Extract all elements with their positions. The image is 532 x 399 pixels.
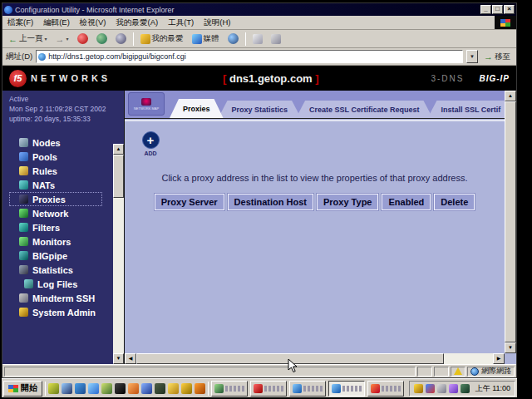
quicklaunch-icon[interactable]: [155, 383, 165, 394]
sidebar-item-label: Proxies: [32, 195, 66, 204]
scroll-down-button[interactable]: ▼: [505, 342, 516, 353]
column-header-proxy-type[interactable]: Proxy Type: [317, 194, 379, 210]
column-header-destination-host[interactable]: Destination Host: [228, 194, 313, 210]
sidebar-item-nats[interactable]: NATs: [9, 178, 124, 192]
network-map-icon: [141, 98, 151, 106]
sidebar-item-network[interactable]: Network: [9, 206, 124, 220]
link-bigip[interactable]: BIG-IP: [479, 74, 510, 83]
task-button-area: [211, 381, 406, 397]
quicklaunch-icon[interactable]: [62, 383, 72, 394]
stop-button[interactable]: [74, 31, 91, 47]
forward-button[interactable]: → ▾: [52, 31, 72, 47]
tray-icon[interactable]: [414, 384, 423, 393]
start-label: 開始: [21, 382, 37, 394]
f5-brand-text: NETWORKS: [31, 73, 111, 83]
add-proxy-button[interactable]: + ADD: [140, 131, 161, 156]
scrollbar-thumb[interactable]: [136, 353, 444, 364]
back-button[interactable]: ← 上一頁 ▾: [5, 31, 51, 47]
mail-icon: [253, 34, 263, 44]
rules-icon: [19, 166, 28, 175]
sidebar-item-log-files[interactable]: Log Files: [9, 277, 124, 291]
forward-dropdown-icon[interactable]: ▾: [66, 36, 69, 42]
sidebar-item-monitors[interactable]: Monitors: [9, 234, 124, 249]
refresh-button[interactable]: [93, 31, 111, 47]
home-button[interactable]: [112, 31, 130, 47]
menu-help[interactable]: 說明(H): [199, 16, 235, 30]
sidebar-item-bigpipe[interactable]: BIGpipe: [9, 249, 124, 263]
task-icon: [254, 384, 263, 393]
sidebar-scrollbar[interactable]: ▲ ▼: [113, 144, 124, 364]
task-button-active[interactable]: [328, 381, 365, 397]
column-header-delete[interactable]: Delete: [434, 194, 475, 210]
link-3dns[interactable]: 3-DNS: [431, 74, 464, 83]
quicklaunch-icon[interactable]: [181, 383, 192, 394]
tray-icon[interactable]: [461, 384, 470, 393]
sidebar-item-mindterm-ssh[interactable]: Mindterm SSH: [9, 291, 124, 305]
quicklaunch-icon[interactable]: [115, 383, 126, 394]
content-horizontal-scrollbar[interactable]: ◀ ▶: [125, 353, 505, 364]
scrollbar-thumb[interactable]: [113, 155, 124, 198]
tab-install-ssl-certificate[interactable]: Install SSL Certif: [427, 101, 514, 118]
sidebar-item-filters[interactable]: Filters: [9, 220, 124, 234]
address-label: 網址(D): [6, 52, 32, 62]
task-button[interactable]: [211, 381, 248, 397]
quicklaunch-icon[interactable]: [88, 383, 99, 394]
quicklaunch-icon[interactable]: [195, 383, 205, 394]
windows-flag-icon: [500, 19, 510, 27]
content-vertical-scrollbar[interactable]: ▲ ▼: [505, 91, 516, 353]
scroll-up-button[interactable]: ▲: [505, 91, 516, 101]
quicklaunch-icon[interactable]: [168, 383, 179, 394]
sidebar-item-pools[interactable]: Pools: [9, 150, 124, 164]
tab-proxy-statistics[interactable]: Proxy Statistics: [219, 101, 302, 118]
column-header-enabled[interactable]: Enabled: [382, 194, 431, 210]
start-button[interactable]: 開始: [3, 381, 42, 397]
tab-proxies[interactable]: Proxies: [170, 99, 224, 118]
quicklaunch-icon[interactable]: [75, 383, 86, 394]
mail-button[interactable]: [249, 31, 266, 47]
alert-icon: [454, 367, 462, 375]
quicklaunch-icon[interactable]: [141, 383, 152, 394]
taskbar-clock: 上午 11:00: [475, 383, 510, 394]
address-dropdown-button[interactable]: ▼: [466, 50, 478, 63]
task-button[interactable]: [367, 381, 404, 397]
scroll-down-button[interactable]: ▼: [113, 353, 124, 364]
print-button[interactable]: [268, 31, 284, 47]
scroll-right-button[interactable]: ▶: [493, 353, 505, 364]
scroll-left-button[interactable]: ◀: [125, 353, 136, 364]
favorites-button[interactable]: 我的最愛: [137, 31, 187, 47]
task-button[interactable]: [250, 381, 287, 397]
taskbar: 開始: [2, 378, 517, 397]
scrollbar-thumb[interactable]: [505, 101, 516, 342]
task-button[interactable]: [289, 381, 326, 397]
tab-create-ssl-certificate-request[interactable]: Create SSL Certificate Request: [296, 101, 432, 118]
tray-icon[interactable]: [449, 384, 458, 393]
sidebar-item-proxies[interactable]: Proxies: [9, 192, 102, 206]
menu-favorites[interactable]: 我的最愛(A): [111, 16, 163, 30]
back-dropdown-icon[interactable]: ▾: [45, 36, 47, 42]
quicklaunch-icon[interactable]: [101, 383, 112, 394]
address-input[interactable]: http://dns1.getop.com/bigipgui/bigconf.c…: [36, 50, 463, 63]
quicklaunch-icon[interactable]: [128, 383, 139, 394]
menu-tools[interactable]: 工具(T): [163, 16, 199, 30]
sidebar-item-statistics[interactable]: Statistics: [9, 263, 124, 277]
sidebar-item-rules[interactable]: Rules: [9, 164, 124, 178]
close-button[interactable]: ×: [504, 5, 515, 14]
media-button[interactable]: 媒體: [189, 31, 223, 47]
sidebar-item-system-admin[interactable]: System Admin: [9, 305, 124, 319]
network-map-button[interactable]: NETWORK MAP: [128, 92, 165, 116]
quicklaunch-icon[interactable]: [48, 383, 59, 394]
menu-view[interactable]: 檢視(V): [75, 16, 111, 30]
add-plus-icon[interactable]: +: [142, 131, 160, 149]
maximize-button[interactable]: □: [492, 5, 503, 14]
column-header-proxy-server[interactable]: Proxy Server: [155, 194, 224, 210]
go-button[interactable]: → 移至: [481, 52, 513, 62]
history-button[interactable]: [224, 31, 242, 47]
sidebar-item-nodes[interactable]: Nodes: [9, 135, 124, 150]
tray-icon[interactable]: [426, 384, 435, 393]
menu-file[interactable]: 檔案(F): [2, 16, 38, 30]
minimize-button[interactable]: _: [480, 5, 491, 14]
menu-edit[interactable]: 編輯(E): [38, 16, 75, 30]
scroll-up-button[interactable]: ▲: [113, 144, 124, 155]
tray-icon[interactable]: [437, 384, 446, 393]
main-area: Active Mon Sep 2 11:09:28 CST 2002 uptim…: [2, 91, 516, 364]
